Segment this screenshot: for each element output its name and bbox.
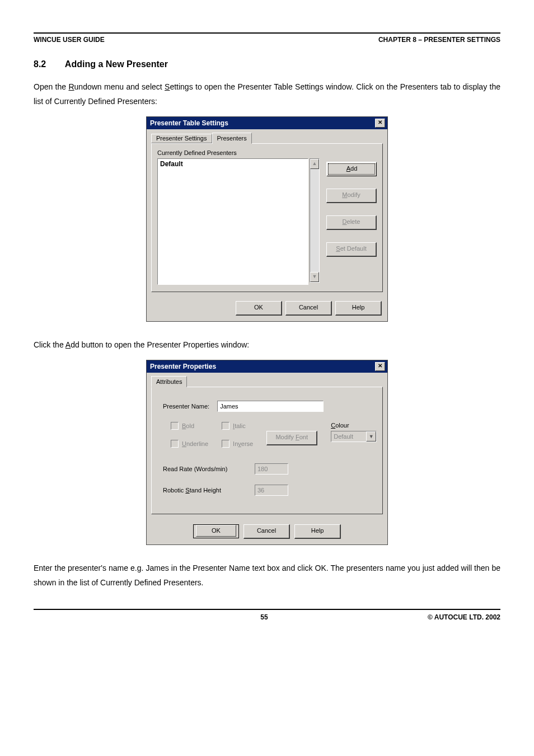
header-left: WINCUE USER GUIDE (34, 36, 105, 44)
modify-font-button: Modify Font (266, 431, 317, 445)
dialog2-title: Presenter Properties (150, 363, 216, 370)
checkbox-icon (222, 440, 229, 448)
read-rate-input: 180 (255, 463, 288, 475)
cancel-button[interactable]: Cancel (243, 524, 290, 539)
colour-dropdown: Default ▼ (331, 431, 377, 442)
footer-copyright: © AUTOCUE LTD. 2002 (428, 613, 500, 621)
help-button[interactable]: Help (294, 524, 341, 539)
paragraph-2: Click the Add button to open the Present… (34, 337, 500, 352)
presenter-table-settings-dialog: Presenter Table Settings ✕ Presenter Set… (146, 116, 388, 322)
italic-checkbox: Italic (222, 422, 253, 430)
tab-presenters[interactable]: Presenters (212, 133, 252, 144)
currently-defined-label: Currently Defined Presenters (157, 149, 377, 156)
ok-button[interactable]: OK (236, 301, 282, 316)
presenter-properties-dialog: Presenter Properties ✕ Attributes Presen… (146, 360, 388, 545)
checkbox-icon (171, 440, 179, 448)
section-heading: 8.2 Adding a New Presenter (34, 59, 500, 69)
dialog1-title: Presenter Table Settings (150, 119, 228, 127)
checkbox-icon (171, 422, 179, 430)
stand-height-label: Robotic Stand Height (163, 487, 247, 494)
underline-checkbox: Underline (171, 440, 208, 448)
set-default-button: Set Default (326, 242, 377, 257)
inverse-checkbox: Inverse (222, 440, 253, 448)
bold-checkbox: Bold (171, 422, 208, 430)
paragraph-1: Open the Rundown menu and select Setting… (34, 79, 500, 109)
close-icon[interactable]: ✕ (375, 362, 385, 371)
header-right: CHAPTER 8 – PRESENTER SETTINGS (378, 36, 500, 44)
close-icon[interactable]: ✕ (375, 119, 385, 128)
checkbox-icon (222, 422, 229, 430)
add-button[interactable]: Add (326, 162, 377, 176)
cancel-button[interactable]: Cancel (285, 301, 332, 316)
delete-button: Delete (326, 215, 377, 230)
paragraph-3: Enter the presenter's name e.g. James in… (34, 561, 500, 590)
scroll-up-icon[interactable]: ▲ (310, 159, 319, 169)
presenters-listbox[interactable]: Default (157, 158, 308, 285)
chevron-down-icon: ▼ (366, 431, 376, 442)
modify-button: Modify (326, 189, 377, 203)
presenter-name-label: Presenter Name: (163, 403, 209, 410)
scroll-down-icon[interactable]: ▼ (310, 272, 319, 282)
section-title-text: Adding a New Presenter (65, 59, 168, 69)
presenter-name-input[interactable]: James (217, 401, 324, 412)
tab-presenter-settings[interactable]: Presenter Settings (151, 134, 212, 143)
colour-label: Colour (331, 422, 377, 429)
page-number: 55 (101, 613, 428, 621)
listbox-scrollbar[interactable]: ▲ ▼ (310, 158, 320, 283)
stand-height-input: 36 (255, 485, 288, 496)
section-number: 8.2 (34, 59, 63, 69)
tab-attributes[interactable]: Attributes (151, 376, 187, 387)
list-item[interactable]: Default (160, 160, 183, 168)
ok-button[interactable]: OK (193, 524, 239, 538)
read-rate-label: Read Rate (Words/min) (163, 466, 247, 472)
help-button[interactable]: Help (335, 301, 382, 316)
